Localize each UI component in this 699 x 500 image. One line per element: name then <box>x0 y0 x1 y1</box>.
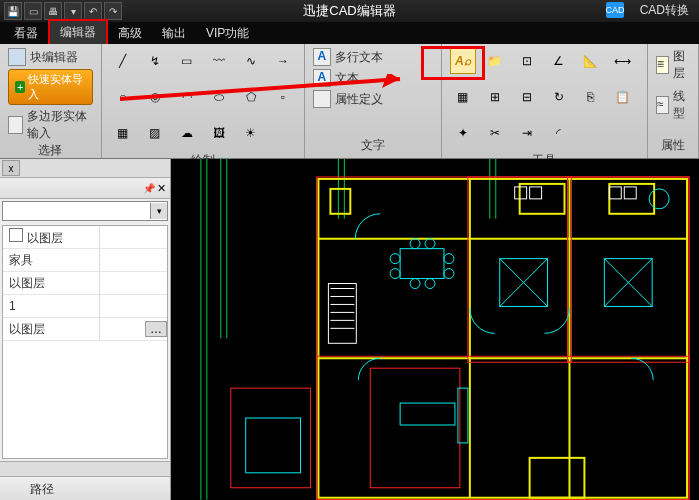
prop-row-layer1[interactable]: 以图层 <box>3 226 167 249</box>
checkbox-icon[interactable] <box>9 228 23 242</box>
linetype-button[interactable]: ≈ 线型 <box>656 88 690 122</box>
svg-rect-54 <box>624 187 636 199</box>
prop-val-5[interactable]: … <box>99 318 167 340</box>
menu-viewer[interactable]: 看器 <box>4 22 48 45</box>
svg-point-39 <box>425 279 435 289</box>
menu-editor[interactable]: 编辑器 <box>48 19 108 46</box>
fast-import-label: 快速实体导入 <box>28 72 85 102</box>
array-tool-icon[interactable]: ⊟ <box>514 84 540 110</box>
svg-point-35 <box>444 269 454 279</box>
prop-val-2[interactable] <box>99 249 167 271</box>
snap-tool-icon[interactable]: ⊡ <box>514 48 540 74</box>
prop-row-furniture[interactable]: 家具 <box>3 249 167 272</box>
refresh-tool-icon[interactable]: ↻ <box>546 84 572 110</box>
text-button[interactable]: A 文本 <box>313 69 359 87</box>
ribbon-group-text: A 多行文本 A 文本 属性定义 文字 <box>305 44 442 158</box>
group-label-text: 文字 <box>313 137 433 158</box>
qat-save-icon[interactable]: 💾 <box>4 2 22 20</box>
chevron-down-icon: ▾ <box>150 203 167 219</box>
svg-point-33 <box>390 269 400 279</box>
drawing-canvas[interactable] <box>171 159 699 500</box>
property-grid[interactable]: 以图层 家具 以图层 1 以图层 … <box>2 225 168 459</box>
menu-output[interactable]: 输出 <box>152 22 196 45</box>
folder-tool-icon[interactable]: 📁 <box>482 48 508 74</box>
grid-tool-icon[interactable]: ▦ <box>450 84 476 110</box>
image-tool-icon[interactable]: 🖼 <box>206 120 232 146</box>
prop-val-1[interactable] <box>99 226 167 248</box>
menu-advanced[interactable]: 高级 <box>108 22 152 45</box>
text-label: 文本 <box>335 70 359 87</box>
qat-print-icon[interactable]: 🖶 <box>44 2 62 20</box>
paste-tool-icon[interactable]: 📋 <box>610 84 636 110</box>
layer-icon: ≡ <box>656 56 669 74</box>
selection-combo[interactable]: ▾ <box>2 201 168 221</box>
app-title: 迅捷CAD编辑器 <box>303 2 395 20</box>
plus-icon: + <box>15 81 25 93</box>
ellipsis-button[interactable]: … <box>145 321 167 337</box>
layer-button[interactable]: ≡ 图层 <box>656 48 690 82</box>
menu-vip[interactable]: VIP功能 <box>196 22 259 45</box>
path-tool-icon[interactable]: 〰 <box>206 48 232 74</box>
offset-tool-icon[interactable]: ⊞ <box>482 84 508 110</box>
path-bar: 路径 <box>0 476 170 500</box>
quick-access-toolbar: 💾 ▭ 🖶 ▾ ↶ ↷ <box>4 2 122 20</box>
cad-convert-button[interactable]: CAD转换 <box>640 2 689 19</box>
ellipse-tool-icon[interactable]: ⬭ <box>206 84 232 110</box>
prop-val-4[interactable] <box>99 295 167 317</box>
cloud-tool-icon[interactable]: ☁ <box>174 120 200 146</box>
angle-tool-icon[interactable]: ∠ <box>546 48 572 74</box>
menu-bar: 看器 编辑器 高级 输出 VIP功能 <box>0 22 699 44</box>
prop-row-layer3[interactable]: 以图层 … <box>3 318 167 341</box>
block-editor-button[interactable]: 块编辑器 <box>8 48 78 66</box>
prop-row-layer2[interactable]: 以图层 <box>3 272 167 295</box>
sun-tool-icon[interactable]: ☀ <box>238 120 264 146</box>
dimension-tool-icon[interactable]: ⟷ <box>610 48 636 74</box>
copy-tool-icon[interactable]: ⎘ <box>578 84 604 110</box>
polyline-tool-icon[interactable]: ↯ <box>142 48 168 74</box>
mtext-button[interactable]: A 多行文本 <box>313 48 383 66</box>
mtext-label: 多行文本 <box>335 49 383 66</box>
fast-import-button[interactable]: + 快速实体导入 <box>8 69 93 105</box>
arc-tool-icon[interactable]: ◠ <box>174 84 200 110</box>
polygon-input-icon <box>8 116 23 134</box>
cad-badge-icon: CAD <box>606 2 624 18</box>
qat-redo-icon[interactable]: ↷ <box>104 2 122 20</box>
arrow-tool-icon[interactable]: → <box>270 48 296 74</box>
prop-val-3[interactable] <box>99 272 167 294</box>
fillet-tool-icon[interactable]: ◜ <box>546 120 572 146</box>
polygon-input-label: 多边形实体输入 <box>27 108 93 142</box>
rect-tool-icon[interactable]: ▭ <box>174 48 200 74</box>
pin-icon[interactable]: 📌 <box>143 183 153 193</box>
target-tool-icon[interactable]: ◎ <box>142 84 168 110</box>
qat-drop-icon[interactable]: ▾ <box>64 2 82 20</box>
square-tool-icon[interactable]: ▫ <box>270 84 296 110</box>
polygon-input-button[interactable]: 多边形实体输入 <box>8 108 93 142</box>
svg-rect-18 <box>530 458 585 498</box>
measure-tool-icon[interactable]: 📐 <box>578 48 604 74</box>
circle-tool-icon[interactable]: ○ <box>110 84 136 110</box>
linetype-icon: ≈ <box>656 96 669 114</box>
line-tool-icon[interactable]: ╱ <box>110 48 136 74</box>
svg-rect-53 <box>609 187 621 199</box>
qat-undo-icon[interactable]: ↶ <box>84 2 102 20</box>
svg-rect-51 <box>515 187 527 199</box>
explode-tool-icon[interactable]: ✦ <box>450 120 476 146</box>
block-editor-icon <box>8 48 26 66</box>
svg-point-43 <box>649 189 669 209</box>
text-icon: A <box>313 69 331 87</box>
panel-close-x[interactable]: ✕ <box>157 182 166 195</box>
trim-tool-icon[interactable]: ✂ <box>482 120 508 146</box>
spline-tool-icon[interactable]: ∿ <box>238 48 264 74</box>
attrdef-button[interactable]: 属性定义 <box>313 90 383 108</box>
panel-scrollbar[interactable] <box>0 461 170 476</box>
qat-open-icon[interactable]: ▭ <box>24 2 42 20</box>
prop-row-one[interactable]: 1 <box>3 295 167 318</box>
extend-tool-icon[interactable]: ⇥ <box>514 120 540 146</box>
region-tool-icon[interactable]: ▨ <box>142 120 168 146</box>
hatch-tool-icon[interactable]: ▦ <box>110 120 136 146</box>
find-text-button[interactable]: A⌕ <box>450 48 476 74</box>
linetype-label: 线型 <box>673 88 690 122</box>
svg-rect-40 <box>400 403 455 425</box>
group-label-select: 选择 <box>8 142 93 163</box>
polygon-tool-icon[interactable]: ⬠ <box>238 84 264 110</box>
